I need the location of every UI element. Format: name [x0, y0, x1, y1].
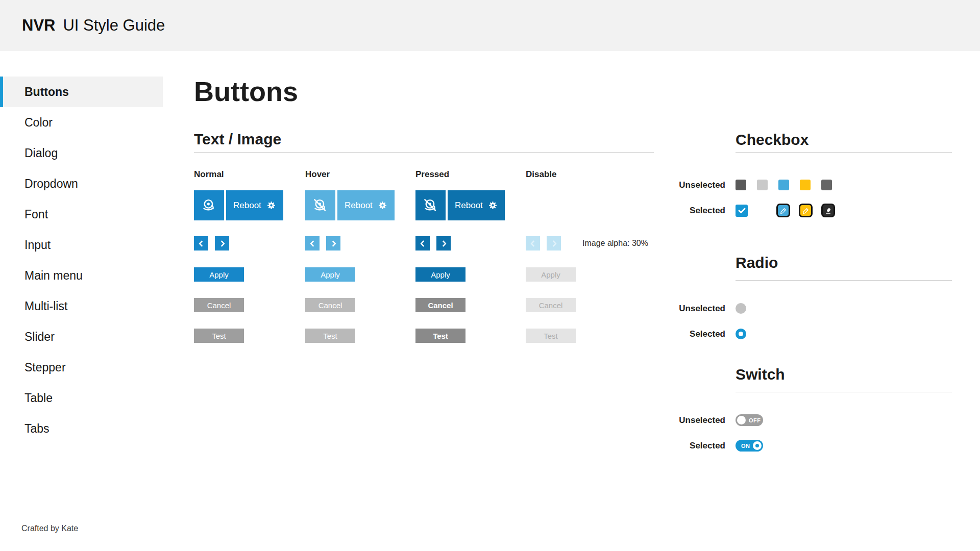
switch-unselected-row: Unselected OFF: [674, 414, 763, 426]
sidebar-item-input[interactable]: Input: [0, 230, 163, 260]
chevron-left-icon: [308, 239, 317, 248]
controls-panel: Checkbox Unselected Selected: [674, 122, 952, 480]
sidebar-item-dialog[interactable]: Dialog: [0, 138, 163, 168]
apply-button-disabled: Apply: [526, 267, 576, 282]
alarm-bell-icon: [201, 197, 217, 213]
footer-credit: Crafted by Kate: [21, 524, 78, 533]
alarm-bell-muted-icon: [423, 197, 438, 213]
apply-button-hover[interactable]: Apply: [305, 267, 355, 282]
cancel-button[interactable]: Cancel: [194, 298, 244, 312]
next-button-hover[interactable]: [326, 236, 340, 251]
checkbox-swatch-light-gray[interactable]: [757, 180, 768, 190]
alarm-button-pressed[interactable]: [415, 190, 446, 220]
row-label: Selected: [674, 329, 725, 339]
column-normal: Normal Reboot: [194, 122, 305, 367]
checkmark-icon: [737, 206, 747, 215]
sidebar-item-label: Font: [24, 208, 48, 221]
row-label: Selected: [674, 441, 725, 451]
radio-selected[interactable]: [736, 329, 746, 339]
page-title: Buttons: [194, 76, 298, 107]
chevron-right-icon: [550, 239, 558, 248]
sidebar-item-label: Dialog: [24, 146, 58, 160]
reboot-button-pressed[interactable]: Reboot: [448, 190, 505, 220]
sidebar-item-dropdown[interactable]: Dropdown: [0, 168, 163, 199]
switch-off[interactable]: OFF: [736, 414, 763, 426]
row-label: Unselected: [674, 304, 725, 314]
test-button-hover[interactable]: Test: [305, 329, 355, 343]
checkbox-selected-row: Selected: [674, 204, 835, 217]
brand-logo: NVR: [22, 16, 55, 35]
chevron-left-icon: [529, 239, 537, 248]
column-label: Hover: [305, 169, 330, 180]
switch-on-label: ON: [741, 443, 750, 449]
cancel-button-pressed[interactable]: Cancel: [415, 298, 465, 312]
checkbox-swatch-dark-gray[interactable]: [736, 180, 746, 190]
sidebar-item-label: Slider: [24, 330, 55, 344]
reboot-label: Reboot: [455, 201, 483, 211]
row-label: Selected: [674, 206, 725, 216]
image-alpha-note: Image alpha: 30%: [582, 239, 648, 248]
pencil-icon: [779, 207, 788, 215]
prev-button-disabled: [526, 236, 540, 251]
sidebar: Buttons Color Dialog Dropdown Font Input…: [0, 77, 163, 444]
sidebar-item-label: Buttons: [24, 85, 69, 99]
column-label: Disable: [526, 169, 556, 180]
switch-selected-row: Selected ON: [674, 440, 763, 452]
row-label: Unselected: [674, 415, 725, 425]
sidebar-item-font[interactable]: Font: [0, 199, 163, 230]
switch-knob: [737, 416, 746, 424]
checkbox-unselected-row: Unselected: [674, 180, 832, 190]
checkbox-edit-blue[interactable]: [776, 204, 790, 217]
sidebar-item-multi-list[interactable]: Multi-list: [0, 291, 163, 321]
sidebar-item-slider[interactable]: Slider: [0, 321, 163, 352]
test-button-pressed[interactable]: Test: [415, 329, 465, 343]
prev-button-hover[interactable]: [305, 236, 320, 251]
next-button-disabled: [547, 236, 561, 251]
next-button[interactable]: [215, 236, 229, 251]
sidebar-item-color[interactable]: Color: [0, 107, 163, 138]
alarm-button[interactable]: [194, 190, 224, 220]
sidebar-item-label: Table: [24, 391, 53, 405]
checkbox-swatch-gray[interactable]: [821, 180, 832, 190]
checkbox-edit-amber[interactable]: [799, 204, 813, 217]
radio-hole: [739, 332, 743, 336]
apply-button[interactable]: Apply: [194, 267, 244, 282]
sidebar-item-buttons[interactable]: Buttons: [0, 77, 163, 107]
radio-unselected-row: Unselected: [674, 303, 746, 314]
prev-button[interactable]: [194, 236, 208, 251]
column-disable: Disable Image alpha: 30% Apply Cancel Te…: [526, 122, 654, 367]
switch-off-label: OFF: [749, 417, 761, 423]
reboot-label: Reboot: [345, 201, 373, 211]
sidebar-item-label: Stepper: [24, 361, 66, 374]
checkbox-erase-black[interactable]: [821, 204, 835, 217]
chevron-left-icon: [197, 239, 206, 248]
column-label: Pressed: [415, 169, 449, 180]
column-pressed: Pressed Reboot: [415, 122, 527, 367]
sidebar-item-stepper[interactable]: Stepper: [0, 352, 163, 383]
test-button-disabled: Test: [526, 329, 576, 343]
switch-knob: [753, 441, 762, 450]
checkbox-swatch-blue[interactable]: [778, 180, 789, 190]
chevron-right-icon: [439, 239, 448, 248]
sidebar-item-main-menu[interactable]: Main menu: [0, 260, 163, 291]
gear-icon: [488, 201, 498, 210]
next-button-pressed[interactable]: [436, 236, 451, 251]
column-label: Normal: [194, 169, 224, 180]
reboot-button-hover[interactable]: Reboot: [337, 190, 395, 220]
radio-selected-row: Selected: [674, 329, 746, 339]
sidebar-item-table[interactable]: Table: [0, 383, 163, 413]
test-button[interactable]: Test: [194, 329, 244, 343]
switch-on[interactable]: ON: [736, 440, 763, 452]
checkbox-checked[interactable]: [736, 205, 748, 217]
prev-button-pressed[interactable]: [415, 236, 430, 251]
alarm-button-hover[interactable]: [305, 190, 335, 220]
checkbox-swatch-amber[interactable]: [800, 180, 811, 190]
chevron-right-icon: [218, 239, 227, 248]
reboot-button[interactable]: Reboot: [226, 190, 283, 220]
radio-unselected[interactable]: [736, 303, 746, 314]
reboot-label: Reboot: [233, 201, 261, 211]
apply-button-pressed[interactable]: Apply: [415, 267, 465, 282]
radio-heading: Radio: [736, 254, 778, 272]
sidebar-item-tabs[interactable]: Tabs: [0, 413, 163, 444]
cancel-button-hover[interactable]: Cancel: [305, 298, 355, 312]
